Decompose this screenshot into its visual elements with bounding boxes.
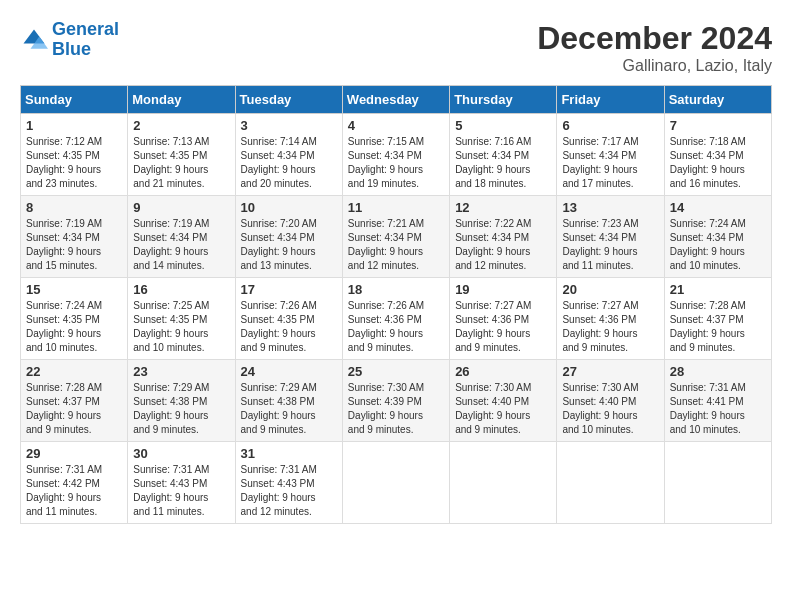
day-info: Sunrise: 7:21 AMSunset: 4:34 PMDaylight:… bbox=[348, 217, 444, 273]
day-number: 26 bbox=[455, 364, 551, 379]
calendar-cell bbox=[664, 442, 771, 524]
day-info: Sunrise: 7:29 AMSunset: 4:38 PMDaylight:… bbox=[133, 381, 229, 437]
calendar-cell bbox=[450, 442, 557, 524]
day-info: Sunrise: 7:13 AMSunset: 4:35 PMDaylight:… bbox=[133, 135, 229, 191]
calendar-cell: 27Sunrise: 7:30 AMSunset: 4:40 PMDayligh… bbox=[557, 360, 664, 442]
day-info: Sunrise: 7:15 AMSunset: 4:34 PMDaylight:… bbox=[348, 135, 444, 191]
calendar-cell: 30Sunrise: 7:31 AMSunset: 4:43 PMDayligh… bbox=[128, 442, 235, 524]
calendar-cell: 12Sunrise: 7:22 AMSunset: 4:34 PMDayligh… bbox=[450, 196, 557, 278]
calendar-cell: 17Sunrise: 7:26 AMSunset: 4:35 PMDayligh… bbox=[235, 278, 342, 360]
day-number: 9 bbox=[133, 200, 229, 215]
day-number: 20 bbox=[562, 282, 658, 297]
day-number: 6 bbox=[562, 118, 658, 133]
calendar-cell: 10Sunrise: 7:20 AMSunset: 4:34 PMDayligh… bbox=[235, 196, 342, 278]
logo-text: General Blue bbox=[52, 20, 119, 60]
calendar-cell: 4Sunrise: 7:15 AMSunset: 4:34 PMDaylight… bbox=[342, 114, 449, 196]
day-number: 29 bbox=[26, 446, 122, 461]
day-number: 17 bbox=[241, 282, 337, 297]
weekday-header-saturday: Saturday bbox=[664, 86, 771, 114]
calendar-cell: 11Sunrise: 7:21 AMSunset: 4:34 PMDayligh… bbox=[342, 196, 449, 278]
day-number: 25 bbox=[348, 364, 444, 379]
calendar-cell: 25Sunrise: 7:30 AMSunset: 4:39 PMDayligh… bbox=[342, 360, 449, 442]
day-info: Sunrise: 7:17 AMSunset: 4:34 PMDaylight:… bbox=[562, 135, 658, 191]
day-number: 19 bbox=[455, 282, 551, 297]
calendar-cell: 20Sunrise: 7:27 AMSunset: 4:36 PMDayligh… bbox=[557, 278, 664, 360]
day-number: 8 bbox=[26, 200, 122, 215]
logo-icon bbox=[20, 26, 48, 54]
calendar-cell: 28Sunrise: 7:31 AMSunset: 4:41 PMDayligh… bbox=[664, 360, 771, 442]
day-number: 30 bbox=[133, 446, 229, 461]
day-info: Sunrise: 7:19 AMSunset: 4:34 PMDaylight:… bbox=[133, 217, 229, 273]
day-info: Sunrise: 7:20 AMSunset: 4:34 PMDaylight:… bbox=[241, 217, 337, 273]
day-info: Sunrise: 7:29 AMSunset: 4:38 PMDaylight:… bbox=[241, 381, 337, 437]
calendar-cell: 14Sunrise: 7:24 AMSunset: 4:34 PMDayligh… bbox=[664, 196, 771, 278]
day-info: Sunrise: 7:31 AMSunset: 4:43 PMDaylight:… bbox=[133, 463, 229, 519]
weekday-header-monday: Monday bbox=[128, 86, 235, 114]
day-info: Sunrise: 7:27 AMSunset: 4:36 PMDaylight:… bbox=[562, 299, 658, 355]
calendar-cell: 8Sunrise: 7:19 AMSunset: 4:34 PMDaylight… bbox=[21, 196, 128, 278]
title-block: December 2024 Gallinaro, Lazio, Italy bbox=[537, 20, 772, 75]
day-info: Sunrise: 7:24 AMSunset: 4:34 PMDaylight:… bbox=[670, 217, 766, 273]
day-info: Sunrise: 7:22 AMSunset: 4:34 PMDaylight:… bbox=[455, 217, 551, 273]
weekday-header-row: SundayMondayTuesdayWednesdayThursdayFrid… bbox=[21, 86, 772, 114]
calendar-week-4: 22Sunrise: 7:28 AMSunset: 4:37 PMDayligh… bbox=[21, 360, 772, 442]
weekday-header-tuesday: Tuesday bbox=[235, 86, 342, 114]
day-number: 13 bbox=[562, 200, 658, 215]
day-number: 2 bbox=[133, 118, 229, 133]
day-info: Sunrise: 7:27 AMSunset: 4:36 PMDaylight:… bbox=[455, 299, 551, 355]
day-info: Sunrise: 7:31 AMSunset: 4:43 PMDaylight:… bbox=[241, 463, 337, 519]
day-number: 11 bbox=[348, 200, 444, 215]
calendar-cell bbox=[557, 442, 664, 524]
calendar-table: SundayMondayTuesdayWednesdayThursdayFrid… bbox=[20, 85, 772, 524]
day-number: 31 bbox=[241, 446, 337, 461]
day-info: Sunrise: 7:12 AMSunset: 4:35 PMDaylight:… bbox=[26, 135, 122, 191]
day-number: 18 bbox=[348, 282, 444, 297]
calendar-week-5: 29Sunrise: 7:31 AMSunset: 4:42 PMDayligh… bbox=[21, 442, 772, 524]
calendar-cell: 3Sunrise: 7:14 AMSunset: 4:34 PMDaylight… bbox=[235, 114, 342, 196]
month-title: December 2024 bbox=[537, 20, 772, 57]
location: Gallinaro, Lazio, Italy bbox=[537, 57, 772, 75]
logo: General Blue bbox=[20, 20, 119, 60]
day-info: Sunrise: 7:28 AMSunset: 4:37 PMDaylight:… bbox=[26, 381, 122, 437]
day-number: 5 bbox=[455, 118, 551, 133]
weekday-header-thursday: Thursday bbox=[450, 86, 557, 114]
calendar-cell: 2Sunrise: 7:13 AMSunset: 4:35 PMDaylight… bbox=[128, 114, 235, 196]
day-number: 22 bbox=[26, 364, 122, 379]
day-info: Sunrise: 7:24 AMSunset: 4:35 PMDaylight:… bbox=[26, 299, 122, 355]
calendar-cell: 7Sunrise: 7:18 AMSunset: 4:34 PMDaylight… bbox=[664, 114, 771, 196]
day-number: 28 bbox=[670, 364, 766, 379]
calendar-cell: 5Sunrise: 7:16 AMSunset: 4:34 PMDaylight… bbox=[450, 114, 557, 196]
day-number: 23 bbox=[133, 364, 229, 379]
day-info: Sunrise: 7:18 AMSunset: 4:34 PMDaylight:… bbox=[670, 135, 766, 191]
day-info: Sunrise: 7:30 AMSunset: 4:39 PMDaylight:… bbox=[348, 381, 444, 437]
day-info: Sunrise: 7:30 AMSunset: 4:40 PMDaylight:… bbox=[562, 381, 658, 437]
calendar-cell: 9Sunrise: 7:19 AMSunset: 4:34 PMDaylight… bbox=[128, 196, 235, 278]
calendar-cell: 21Sunrise: 7:28 AMSunset: 4:37 PMDayligh… bbox=[664, 278, 771, 360]
calendar-cell: 1Sunrise: 7:12 AMSunset: 4:35 PMDaylight… bbox=[21, 114, 128, 196]
day-info: Sunrise: 7:19 AMSunset: 4:34 PMDaylight:… bbox=[26, 217, 122, 273]
day-number: 3 bbox=[241, 118, 337, 133]
day-number: 12 bbox=[455, 200, 551, 215]
calendar-cell: 23Sunrise: 7:29 AMSunset: 4:38 PMDayligh… bbox=[128, 360, 235, 442]
calendar-cell bbox=[342, 442, 449, 524]
calendar-cell: 19Sunrise: 7:27 AMSunset: 4:36 PMDayligh… bbox=[450, 278, 557, 360]
day-number: 16 bbox=[133, 282, 229, 297]
day-info: Sunrise: 7:14 AMSunset: 4:34 PMDaylight:… bbox=[241, 135, 337, 191]
day-number: 15 bbox=[26, 282, 122, 297]
calendar-cell: 6Sunrise: 7:17 AMSunset: 4:34 PMDaylight… bbox=[557, 114, 664, 196]
day-info: Sunrise: 7:30 AMSunset: 4:40 PMDaylight:… bbox=[455, 381, 551, 437]
day-number: 14 bbox=[670, 200, 766, 215]
day-number: 10 bbox=[241, 200, 337, 215]
calendar-cell: 26Sunrise: 7:30 AMSunset: 4:40 PMDayligh… bbox=[450, 360, 557, 442]
calendar-cell: 31Sunrise: 7:31 AMSunset: 4:43 PMDayligh… bbox=[235, 442, 342, 524]
day-number: 21 bbox=[670, 282, 766, 297]
day-number: 27 bbox=[562, 364, 658, 379]
calendar-cell: 18Sunrise: 7:26 AMSunset: 4:36 PMDayligh… bbox=[342, 278, 449, 360]
weekday-header-sunday: Sunday bbox=[21, 86, 128, 114]
calendar-cell: 29Sunrise: 7:31 AMSunset: 4:42 PMDayligh… bbox=[21, 442, 128, 524]
day-info: Sunrise: 7:23 AMSunset: 4:34 PMDaylight:… bbox=[562, 217, 658, 273]
weekday-header-wednesday: Wednesday bbox=[342, 86, 449, 114]
day-info: Sunrise: 7:25 AMSunset: 4:35 PMDaylight:… bbox=[133, 299, 229, 355]
day-info: Sunrise: 7:31 AMSunset: 4:41 PMDaylight:… bbox=[670, 381, 766, 437]
calendar-week-1: 1Sunrise: 7:12 AMSunset: 4:35 PMDaylight… bbox=[21, 114, 772, 196]
